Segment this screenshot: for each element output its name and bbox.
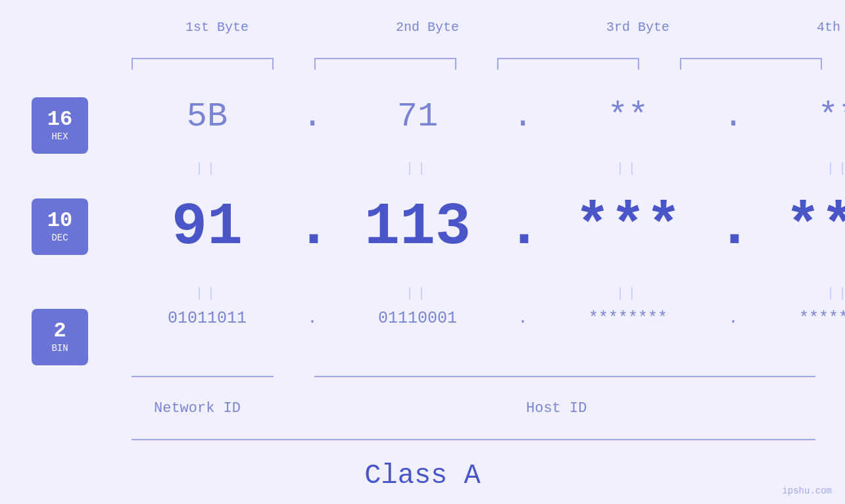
bin-badge-label: BIN — [51, 343, 68, 354]
bracket-col1 — [132, 58, 274, 70]
hex-badge: 16 HEX — [32, 97, 88, 154]
network-id-bracket — [132, 376, 274, 377]
bracket-col2 — [314, 58, 456, 70]
hex-val1: 5B — [118, 97, 296, 136]
hex-sep1: . — [296, 97, 329, 136]
dec-badge: 10 DEC — [32, 198, 88, 255]
dec-row: 91 . 113 . *** . *** — [118, 194, 819, 261]
bin-badge-number: 2 — [53, 321, 66, 342]
equals-row-1: || || || || — [118, 161, 819, 176]
hex-sep3: . — [717, 97, 750, 136]
eq1-val1: || — [118, 161, 296, 176]
dec-val3: *** — [539, 194, 717, 261]
class-label: Class A — [0, 460, 845, 492]
watermark: ipshu.com — [782, 486, 832, 496]
col2-header: 2nd Byte — [339, 20, 516, 35]
bracket-col4 — [680, 58, 822, 70]
host-id-label: Host ID — [526, 400, 587, 417]
eq2-val3: || — [539, 286, 717, 301]
hex-badge-label: HEX — [51, 131, 68, 142]
eq2-val2: || — [329, 286, 506, 301]
eq2-val1: || — [118, 286, 296, 301]
main-container: 1st Byte 2nd Byte 3rd Byte 4th Byte 16 H… — [0, 0, 845, 504]
eq1-val4: || — [750, 161, 845, 176]
bin-sep3: . — [717, 309, 750, 328]
network-id-label: Network ID — [154, 400, 241, 417]
full-bottom-bracket — [132, 439, 815, 440]
hex-val4: ** — [750, 97, 845, 136]
bracket-col3 — [497, 58, 639, 70]
dec-sep3: . — [717, 194, 750, 261]
bin-sep2: . — [506, 309, 539, 328]
bin-val2: 01110001 — [329, 309, 506, 328]
col4-header: 4th Byte — [760, 20, 845, 35]
bin-sep1: . — [296, 309, 329, 328]
bin-val3: ******** — [539, 309, 717, 328]
bin-badge: 2 BIN — [32, 309, 88, 365]
eq1-val3: || — [539, 161, 717, 176]
host-id-bracket — [314, 376, 815, 377]
eq2-val4: || — [750, 286, 845, 301]
bin-val1: 01011011 — [118, 309, 296, 328]
dec-val1: 91 — [118, 194, 296, 261]
equals-row-2: || || || || — [118, 286, 819, 301]
hex-val2: 71 — [329, 97, 506, 136]
hex-badge-number: 16 — [47, 109, 72, 130]
bin-val4: ******** — [750, 309, 845, 328]
hex-val3: ** — [539, 97, 717, 136]
hex-sep2: . — [506, 97, 539, 136]
dec-sep1: . — [296, 194, 329, 261]
col1-header: 1st Byte — [128, 20, 306, 35]
dec-badge-label: DEC — [51, 233, 68, 243]
hex-row: 5B . 71 . ** . ** — [118, 97, 819, 136]
col3-header: 3rd Byte — [549, 20, 727, 35]
dec-badge-number: 10 — [47, 210, 72, 231]
dec-val4: *** — [750, 194, 845, 261]
dec-val2: 113 — [329, 194, 506, 261]
bin-row: 01011011 . 01110001 . ******** . *******… — [118, 309, 819, 328]
dec-sep2: . — [506, 194, 539, 261]
eq1-val2: || — [329, 161, 506, 176]
